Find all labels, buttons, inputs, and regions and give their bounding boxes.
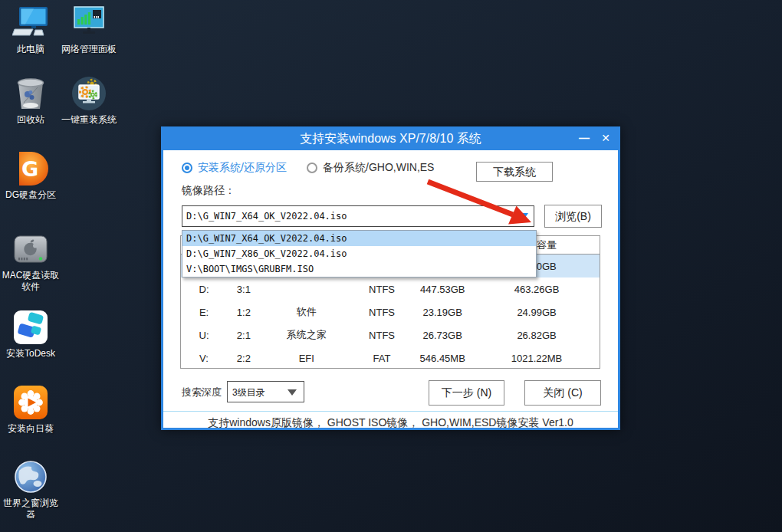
chevron-down-icon[interactable] bbox=[518, 213, 528, 221]
dropdown-option[interactable]: V:\BOOT\IMGS\GRUBFM.ISO bbox=[182, 261, 536, 277]
desktop-icon-label: 一键重装系统 bbox=[58, 114, 120, 126]
cell-drive: D: bbox=[181, 284, 227, 295]
browse-button[interactable]: 浏览(B) bbox=[544, 205, 602, 228]
dialog-title: 支持安装windows XP/7/8/10 系统 bbox=[161, 131, 620, 147]
cell-free: 26.73GB bbox=[411, 330, 474, 341]
cell-fs: FAT bbox=[353, 353, 411, 364]
desktop-icon-label: 回收站 bbox=[0, 114, 61, 126]
dropdown-option[interactable]: D:\G_WIN7_X86_OK_V2022.04.iso bbox=[182, 246, 536, 261]
desktop-icon-this-pc[interactable]: 此电脑 bbox=[0, 5, 61, 55]
cell-disk: 3:1 bbox=[227, 284, 261, 295]
cell-capacity: 1021.22MB bbox=[474, 353, 600, 364]
desktop-icon-world-window-browser[interactable]: 世界之窗浏览器 bbox=[0, 458, 61, 521]
radio-unselected-icon bbox=[307, 163, 317, 173]
install-dialog: 支持安装windows XP/7/8/10 系统 — ✕ 安装系统/还原分区 备… bbox=[161, 126, 620, 430]
desktop-icon-one-key-reinstall[interactable]: 一键重装系统 bbox=[58, 75, 120, 126]
cell-free: 23.19GB bbox=[411, 307, 474, 318]
desktop-icon-label: 网络管理面板 bbox=[58, 44, 120, 55]
cell-capacity: 26.82GB bbox=[474, 330, 600, 341]
search-depth-label: 搜索深度 bbox=[182, 386, 222, 399]
image-path-label: 镜像路径： bbox=[182, 184, 235, 198]
next-button[interactable]: 下一步 (N) bbox=[429, 380, 504, 406]
cell-fs: NTFS bbox=[353, 284, 411, 295]
minimize-button[interactable]: — bbox=[574, 126, 594, 150]
partition-row[interactable]: V: 2:2 EFI FAT 546.45MB 1021.22MB bbox=[181, 346, 600, 369]
desktop-icon-network-panel[interactable]: 网络管理面板 bbox=[58, 5, 120, 55]
cell-label: 软件 bbox=[261, 305, 353, 319]
partition-row[interactable]: D: 3:1 NTFS 447.53GB 463.26GB bbox=[181, 277, 600, 300]
desktop-icon-label: MAC硬盘读取软件 bbox=[0, 270, 61, 293]
search-depth-select[interactable]: 3级目录 bbox=[227, 381, 304, 402]
close-icon[interactable]: ✕ bbox=[596, 126, 616, 150]
radio-install-restore[interactable]: 安装系统/还原分区 bbox=[182, 161, 287, 175]
cell-fs: NTFS bbox=[353, 330, 411, 341]
cell-capacity: 463.26GB bbox=[474, 284, 600, 295]
image-path-value: D:\G_WIN7_X64_OK_V2022.04.iso bbox=[186, 211, 347, 222]
cell-fs: NTFS bbox=[353, 307, 411, 318]
radio-selected-icon bbox=[182, 163, 192, 173]
close-dialog-button[interactable]: 关闭 (C) bbox=[524, 380, 601, 406]
desktop-icon-mac-disk-reader[interactable]: MAC硬盘读取软件 bbox=[0, 231, 61, 293]
desktop-icon-recycle-bin[interactable]: 回收站 bbox=[0, 75, 61, 126]
partition-row[interactable]: E: 1:2 软件 NTFS 23.19GB 24.99GB bbox=[181, 300, 600, 323]
computer-icon bbox=[12, 5, 49, 41]
todesk-icon bbox=[12, 309, 49, 346]
network-panel-icon bbox=[71, 5, 107, 41]
globe-icon bbox=[12, 458, 49, 495]
svg-text:G: G bbox=[21, 157, 38, 181]
image-path-combobox[interactable]: D:\G_WIN7_X64_OK_V2022.04.iso bbox=[182, 205, 534, 227]
search-depth-value: 3级目录 bbox=[232, 386, 265, 399]
cell-capacity: 24.99GB bbox=[474, 307, 600, 318]
radio-backup-label: 备份系统/GHO,WIN,ES bbox=[323, 161, 434, 175]
desktop-icon-dg-partition[interactable]: G DG硬盘分区 bbox=[0, 150, 61, 201]
cell-free: 447.53GB bbox=[411, 284, 474, 295]
sunflower-icon bbox=[12, 384, 49, 421]
cell-drive: E: bbox=[181, 307, 227, 318]
trash-icon bbox=[12, 75, 49, 112]
cell-label: 系统之家 bbox=[261, 328, 353, 342]
path-dropdown-list: D:\G_WIN7_X64_OK_V2022.04.iso D:\G_WIN7_… bbox=[182, 230, 537, 277]
cell-free: 546.45MB bbox=[411, 353, 474, 364]
apple-drive-icon bbox=[12, 231, 49, 268]
cell-disk: 2:1 bbox=[227, 330, 261, 341]
dialog-titlebar: 支持安装windows XP/7/8/10 系统 — ✕ bbox=[161, 126, 620, 150]
dropdown-option[interactable]: D:\G_WIN7_X64_OK_V2022.04.iso bbox=[182, 231, 536, 246]
desktop-icon-label: 世界之窗浏览器 bbox=[0, 498, 61, 521]
download-system-button[interactable]: 下载系统 bbox=[476, 162, 553, 182]
statusbar-divider bbox=[163, 411, 618, 412]
desktop-icon-label: 安装ToDesk bbox=[0, 348, 61, 360]
status-bar: 支持windows原版镜像， GHOST ISO镜像， GHO,WIM,ESD镜… bbox=[163, 416, 618, 430]
partition-row[interactable]: U: 2:1 系统之家 NTFS 26.73GB 26.82GB bbox=[181, 323, 600, 346]
cell-drive: V: bbox=[181, 353, 227, 364]
gears-monitor-icon bbox=[71, 75, 107, 112]
cell-drive: U: bbox=[181, 330, 227, 341]
desktop-icon-label: DG硬盘分区 bbox=[0, 189, 61, 201]
desktop-icon-install-sunflower[interactable]: 安装向日葵 bbox=[0, 384, 61, 435]
chevron-down-icon bbox=[288, 389, 297, 396]
cell-disk: 2:2 bbox=[227, 353, 261, 364]
radio-backup[interactable]: 备份系统/GHO,WIN,ES bbox=[307, 161, 434, 175]
cell-label: EFI bbox=[261, 353, 353, 364]
desktop-icon-install-todesk[interactable]: 安装ToDesk bbox=[0, 309, 61, 360]
desktop-icon-label: 此电脑 bbox=[0, 44, 61, 55]
radio-install-label: 安装系统/还原分区 bbox=[198, 161, 287, 175]
desktop-icon-label: 安装向日葵 bbox=[0, 423, 61, 435]
dialog-body: 安装系统/还原分区 备份系统/GHO,WIN,ES 下载系统 镜像路径： D:\… bbox=[161, 150, 620, 430]
cell-disk: 1:2 bbox=[227, 307, 261, 318]
diskgenius-icon: G bbox=[12, 150, 49, 187]
